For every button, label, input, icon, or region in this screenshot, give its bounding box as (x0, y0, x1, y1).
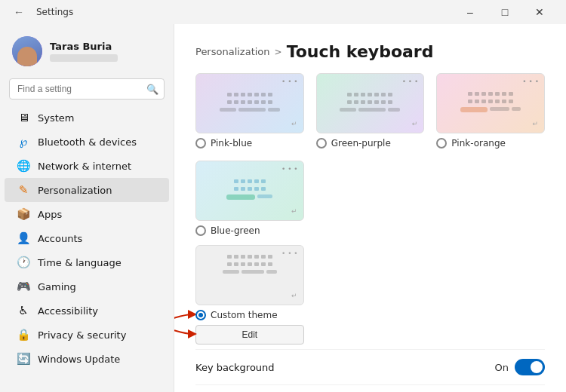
enter-custom: ↵ (291, 292, 297, 299)
breadcrumb-current: Touch keyboard (287, 42, 434, 61)
theme-card-pink-blue[interactable]: • • • ↵ (195, 73, 304, 149)
keyboard-inner-pink-orange (437, 83, 544, 124)
theme-label-row-pink-blue: Pink-blue (195, 138, 252, 149)
sidebar-item-apps-label: Apps (38, 209, 62, 220)
sidebar-item-personalization[interactable]: ✎ Personalization (5, 178, 169, 202)
avatar (12, 36, 42, 66)
close-button[interactable]: ✕ (522, 0, 557, 24)
keyboard-inner-green-purple (317, 84, 424, 124)
main-content: Taras Buria 🔍 🖥 System ℘ Bluetooth & dev… (0, 24, 566, 392)
title-bar: ← Settings – □ ✕ (0, 0, 566, 24)
sidebar-item-bluetooth-label: Bluetooth & devices (38, 136, 137, 148)
time-icon: 🕐 (17, 256, 30, 269)
sidebar-item-time-label: Time & language (38, 257, 122, 268)
content-area: Personalization > Touch keyboard • • • (174, 24, 566, 392)
update-icon: 🔄 (17, 352, 30, 366)
custom-theme-section: • • • ↵ (195, 245, 545, 345)
sidebar-item-accounts[interactable]: 👤 Accounts (5, 226, 169, 250)
sidebar-item-apps[interactable]: 📦 Apps (5, 202, 169, 226)
keyboard-inner-blue-green (196, 170, 303, 212)
custom-preview: • • • ↵ (195, 245, 304, 305)
breadcrumb-separator: > (275, 47, 282, 57)
theme-label-row-green-purple: Green-purple (316, 138, 391, 149)
close-dots-pink-blue: • • • (281, 78, 298, 85)
theme-preview-pink-orange: • • • ↵ (436, 73, 545, 133)
close-dots-pink-orange: • • • (522, 78, 539, 85)
sidebar-item-bluetooth[interactable]: ℘ Bluetooth & devices (5, 130, 169, 154)
radio-blue-green[interactable] (195, 225, 206, 236)
sidebar-item-update-label: Windows Update (38, 354, 120, 365)
theme-card-pink-orange[interactable]: • • • ↵ (436, 73, 545, 149)
radio-green-purple[interactable] (316, 138, 327, 149)
sidebar-item-system[interactable]: 🖥 System (5, 106, 169, 130)
network-icon: 🌐 (17, 159, 30, 173)
theme-preview-green-purple: • • • ↵ (316, 73, 425, 133)
enter-pink-orange: ↵ (532, 120, 538, 127)
sidebar-item-gaming[interactable]: 🎮 Gaming (5, 274, 169, 299)
gaming-icon: 🎮 (17, 280, 30, 293)
sidebar-item-privacy-label: Privacy & security (38, 329, 126, 341)
maximize-button[interactable]: □ (488, 0, 522, 24)
enter-blue-green: ↵ (291, 207, 297, 215)
setting-row-key-background: Key background On (195, 349, 545, 384)
arrow-indicator-2 (174, 325, 198, 341)
sidebar-item-network[interactable]: 🌐 Network & internet (5, 154, 169, 178)
enter-green-purple: ↵ (412, 120, 418, 127)
custom-theme-card: • • • ↵ (195, 245, 304, 345)
arrow-svg-2 (174, 325, 198, 341)
privacy-icon: 🔒 (17, 328, 30, 341)
edit-button[interactable]: Edit (195, 325, 304, 345)
sidebar-item-time[interactable]: 🕐 Time & language (5, 250, 169, 274)
breadcrumb: Personalization > Touch keyboard (195, 42, 545, 61)
sidebar-item-gaming-label: Gaming (38, 281, 76, 292)
bluetooth-icon: ℘ (17, 135, 30, 149)
sidebar-item-privacy[interactable]: 🔒 Privacy & security (5, 323, 169, 347)
setting-row-key-text-size: Key text size Small ⌄ (195, 384, 545, 392)
sidebar-item-update[interactable]: 🔄 Windows Update (5, 347, 169, 371)
setting-label-key-background: Key background (195, 362, 275, 373)
breadcrumb-parent: Personalization (195, 46, 270, 57)
window-title: Settings (36, 7, 73, 17)
sidebar-item-accessibility-label: Accessibility (38, 305, 98, 317)
theme-preview-pink-blue: • • • ↵ (195, 73, 304, 133)
custom-label-row: Custom theme (195, 310, 304, 320)
toggle-label: On (495, 362, 509, 373)
edit-btn-wrapper: Edit (195, 325, 304, 345)
theme-label-green-purple: Green-purple (331, 138, 391, 149)
back-button[interactable]: ← (9, 5, 29, 20)
theme-label-pink-orange: Pink-orange (451, 138, 506, 149)
user-info: Taras Buria (50, 41, 118, 62)
title-bar-left: ← Settings (9, 5, 73, 20)
keyboard-inner-pink-blue (196, 84, 303, 124)
minimize-button[interactable]: – (453, 0, 488, 24)
accessibility-icon: ♿ (17, 304, 30, 317)
user-section: Taras Buria (0, 30, 174, 75)
search-input[interactable] (9, 78, 165, 100)
theme-label-row-blue-green: Blue-green (195, 225, 260, 236)
theme-label-row-pink-orange: Pink-orange (436, 138, 506, 149)
themes-grid: • • • ↵ (195, 73, 545, 149)
radio-custom[interactable] (195, 310, 206, 320)
sidebar-item-accounts-label: Accounts (38, 233, 82, 244)
sidebar-item-system-label: System (38, 112, 74, 124)
close-dots-blue-green: • • • (281, 165, 298, 173)
window-controls: – □ ✕ (453, 0, 557, 24)
user-email (50, 54, 118, 62)
radio-pink-orange[interactable] (436, 138, 447, 149)
sidebar-item-accessibility[interactable]: ♿ Accessibility (5, 299, 169, 323)
system-icon: 🖥 (17, 111, 30, 124)
theme-card-green-purple[interactable]: • • • ↵ (316, 73, 425, 149)
enter-pink-blue: ↵ (291, 120, 297, 127)
personalization-icon: ✎ (17, 183, 30, 197)
radio-pink-blue[interactable] (195, 138, 206, 149)
user-name: Taras Buria (50, 41, 118, 52)
sidebar: Taras Buria 🔍 🖥 System ℘ Bluetooth & dev… (0, 24, 174, 392)
apps-icon: 📦 (17, 207, 30, 221)
close-dots-custom: • • • (281, 250, 298, 257)
sidebar-item-personalization-label: Personalization (38, 185, 112, 196)
theme-card-blue-green[interactable]: • • • ↵ (195, 161, 304, 236)
custom-theme-label: Custom theme (211, 310, 278, 320)
theme-preview-blue-green: • • • ↵ (195, 161, 304, 221)
close-dots-green-purple: • • • (402, 78, 419, 85)
key-background-toggle[interactable] (515, 359, 545, 375)
